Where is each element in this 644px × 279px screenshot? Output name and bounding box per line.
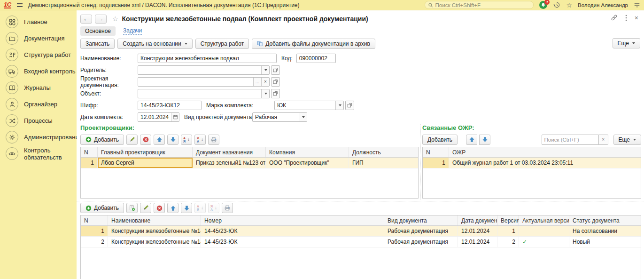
cell-company[interactable]: ООО "Проектировщик" (266, 158, 349, 168)
mark-dropdown-button[interactable] (335, 101, 343, 110)
cell-n[interactable]: 1 (81, 158, 98, 168)
linked-ojr-table[interactable]: N ОЖР 1 Общий журнал работ 1 от 03.03.20… (422, 147, 641, 199)
linked-move-down-button[interactable] (479, 135, 490, 145)
add-files-button[interactable]: Добавить файлы документации в архив (252, 39, 375, 49)
cell-date[interactable]: 12.01.2024 (458, 237, 497, 247)
sidebar-item-zhurnaly[interactable]: Журналы (0, 80, 77, 96)
cell-number[interactable]: 14-45/23-ЮК (201, 237, 384, 247)
tab-zadachi[interactable]: Задачи (123, 27, 142, 35)
create-based-on-button[interactable]: Создать на основании (117, 39, 193, 49)
column-header[interactable]: Наименование (108, 215, 201, 225)
column-header[interactable]: ОЖР (449, 147, 641, 157)
cell-assignment-doc[interactable]: Приказ зеленый1 №123 от 12.07... (193, 158, 266, 168)
sidebar-item-kontrol-obyazatelstv[interactable]: Контроль обязательств (0, 145, 77, 162)
table-row[interactable]: 1 Лбов Сергей Приказ зеленый1 №123 от 12… (81, 158, 418, 168)
cell-n[interactable]: 1 (423, 158, 449, 168)
code-field[interactable] (296, 54, 336, 63)
sidebar-item-organayzer[interactable]: Органайзер (0, 96, 77, 112)
column-header[interactable]: Версия (497, 215, 519, 225)
column-header[interactable]: Актуальная версия (519, 215, 569, 225)
designers-table[interactable]: N Главный проектировщик Документ назначе… (80, 147, 419, 199)
column-header[interactable]: Дата документа (458, 215, 497, 225)
parent-open-button[interactable] (271, 65, 280, 75)
favorites-star-icon[interactable]: ☆ (566, 2, 572, 8)
kind-dropdown-button[interactable] (299, 113, 307, 121)
documents-table[interactable]: N Наименование Номер Вид документа Дата … (80, 215, 641, 279)
designers-edit-button[interactable] (126, 135, 138, 145)
projdoc-open-button[interactable] (271, 77, 280, 87)
parent-dropdown-button[interactable] (261, 66, 269, 74)
save-button[interactable]: Записать (80, 39, 115, 49)
more-menu-button[interactable] (625, 15, 627, 21)
parent-input[interactable] (138, 66, 261, 74)
column-header[interactable]: Вид документа (384, 215, 458, 225)
cell-version[interactable]: 1 (497, 226, 519, 236)
cipher-field[interactable] (138, 101, 202, 110)
projdoc-clear-button[interactable]: × (261, 78, 269, 86)
tab-osnovnoe[interactable]: Основное (80, 26, 116, 36)
object-dropdown-button[interactable] (261, 89, 269, 98)
name-field[interactable] (138, 54, 277, 63)
documents-sort-desc-button[interactable]: ЯА↓ (208, 203, 219, 213)
documents-print-button[interactable] (222, 203, 233, 213)
object-field[interactable] (138, 89, 270, 98)
linked-add-button[interactable]: Добавить (422, 135, 458, 145)
projdoc-input[interactable] (138, 78, 253, 86)
column-header[interactable]: Главный проектировщик (98, 147, 193, 157)
calendar-button[interactable] (171, 113, 179, 121)
column-header[interactable]: Документ назначения (193, 147, 266, 157)
table-row[interactable]: 1 Конструкции железобетонные №14-45/... … (81, 226, 641, 237)
designers-delete-button[interactable] (140, 135, 151, 145)
linked-search-clear-button[interactable]: × (599, 135, 608, 145)
form-more-button[interactable]: Еще (613, 38, 640, 48)
sidebar-item-dokumentaciya[interactable]: Документация (0, 30, 77, 47)
work-structure-button[interactable]: Структура работ (195, 39, 249, 49)
cell-date[interactable]: 12.01.2024 (458, 226, 497, 236)
sidebar-item-processy[interactable]: Процессы (0, 112, 77, 129)
cell-name[interactable]: Конструкции железобетонные №14-45/... (108, 237, 201, 247)
current-user[interactable]: Володин Александр (578, 2, 628, 8)
designers-sort-asc-button[interactable]: АЯ↓ (181, 135, 192, 145)
cell-name[interactable]: Конструкции железобетонные №14-45/... (108, 226, 201, 236)
cell-status[interactable]: На согласовании (569, 226, 641, 236)
mark-open-button[interactable] (345, 101, 354, 110)
column-header[interactable]: N (81, 147, 98, 157)
linked-move-up-button[interactable] (466, 135, 477, 145)
designers-add-button[interactable]: Добавить (80, 135, 124, 145)
column-header[interactable]: Номер (201, 215, 384, 225)
get-link-button[interactable] (611, 14, 618, 21)
date-input[interactable] (138, 113, 171, 121)
cell-ojr[interactable]: Общий журнал работ 1 от 03.03.2024 23:05… (449, 158, 641, 168)
favorite-star-icon[interactable]: ☆ (112, 15, 118, 23)
documents-move-up-button[interactable] (167, 203, 178, 213)
kind-input[interactable] (253, 113, 299, 121)
notifications-button[interactable]: 7 (539, 1, 548, 9)
name-input[interactable] (138, 54, 276, 63)
code-input[interactable] (297, 54, 335, 63)
column-header[interactable]: N (81, 215, 108, 225)
sidebar-item-glavnoe[interactable]: Главное (0, 14, 77, 30)
sidebar-item-struktura-rabot[interactable]: Структура работ (0, 47, 77, 63)
global-search[interactable] (425, 1, 534, 9)
cell-kind[interactable]: Рабочая документация (384, 226, 458, 236)
projdoc-choose-button[interactable]: ... (253, 78, 261, 86)
column-header[interactable]: Должность (349, 147, 418, 157)
linked-search-input[interactable] (542, 135, 599, 145)
vertical-splitter[interactable] (420, 124, 420, 199)
cipher-input[interactable] (138, 101, 201, 110)
designers-move-down-button[interactable] (167, 135, 178, 145)
global-search-input[interactable] (435, 2, 531, 8)
panel-settings-button[interactable] (634, 2, 640, 8)
table-row[interactable]: 1 Общий журнал работ 1 от 03.03.2024 23:… (423, 158, 641, 168)
documents-move-down-button[interactable] (181, 203, 192, 213)
cell-actual-version[interactable] (519, 226, 569, 236)
mark-input[interactable] (275, 101, 335, 110)
column-header[interactable]: N (423, 147, 449, 157)
projdoc-field[interactable]: ... × (138, 77, 270, 87)
object-open-button[interactable] (271, 89, 280, 98)
documents-copy-button[interactable] (126, 203, 138, 213)
table-row[interactable]: 2 Конструкции железобетонные №14-45/... … (81, 237, 641, 247)
parent-field[interactable] (138, 65, 270, 75)
mark-field[interactable] (274, 101, 344, 110)
date-field[interactable] (138, 112, 179, 122)
